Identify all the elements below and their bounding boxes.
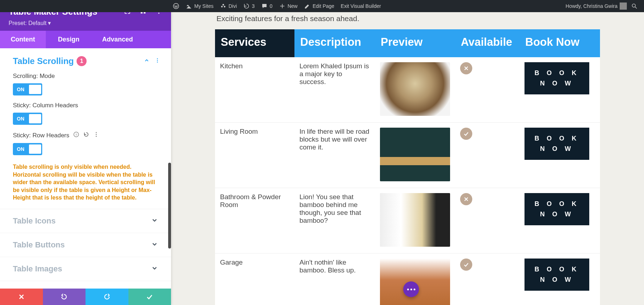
cell-preview	[375, 123, 455, 188]
book-now-button[interactable]: B O O KN O W	[525, 62, 589, 94]
cell-available	[455, 254, 519, 305]
svg-point-9	[158, 13, 159, 14]
check-icon	[460, 259, 472, 271]
cell-service: Garage	[215, 254, 294, 305]
reset-icon[interactable]	[83, 131, 89, 139]
my-sites-link[interactable]: My Sites	[186, 3, 214, 9]
cell-description: Ain't nothin' like bamboo. Bless up.	[294, 254, 375, 305]
toggle-on-label: ON	[17, 87, 24, 92]
tab-content[interactable]: Content	[0, 31, 46, 48]
cell-preview	[375, 188, 455, 254]
chevron-down-icon	[151, 241, 158, 249]
edit-page-label: Edit Page	[313, 3, 335, 9]
save-button[interactable]	[128, 289, 171, 305]
page-subtitle: Exciting features for a fresh season ahe…	[216, 14, 600, 23]
svg-point-4	[632, 4, 635, 7]
svg-point-3	[224, 6, 225, 8]
updates-count: 3	[252, 3, 255, 9]
section-title: Table Scrolling	[13, 56, 74, 66]
cancel-button[interactable]	[0, 289, 43, 305]
settings-sidebar: Table Maker Settings Preset: Default ▾ C…	[0, 0, 171, 305]
cell-service: Bathroom & Powder Room	[215, 188, 294, 254]
section-table-icons[interactable]: Table Icons	[0, 209, 171, 233]
toggle-on-label: ON	[17, 146, 24, 152]
chevron-down-icon	[151, 217, 158, 225]
th-services: Services	[215, 29, 294, 57]
toggle-knob	[29, 114, 41, 123]
tab-design[interactable]: Design	[46, 31, 92, 48]
th-book: Book Now	[519, 29, 600, 57]
svg-point-15	[96, 132, 97, 133]
toggle-scrolling-mode[interactable]: ON	[13, 83, 42, 95]
comments-link[interactable]: 0	[261, 3, 273, 9]
label-sticky-col: Sticky: Column Headers	[13, 102, 160, 109]
site-link[interactable]: Divi	[220, 3, 237, 9]
section-table-images[interactable]: Table Images	[0, 257, 171, 281]
howdy-label: Howdy, Christina Gwira	[566, 3, 618, 9]
wp-logo-icon[interactable]	[173, 3, 179, 9]
th-preview: Preview	[375, 29, 455, 57]
label-scrolling-mode: Scrolling: Mode	[13, 73, 160, 80]
cell-service: Kitchen	[215, 57, 294, 123]
warning-text: Table scrolling is only visible when nee…	[13, 163, 160, 202]
preset-selector[interactable]: Preset: Default ▾	[9, 20, 162, 26]
tab-advanced[interactable]: Advanced	[92, 31, 143, 48]
site-name-label: Divi	[229, 3, 237, 9]
cell-available	[455, 57, 519, 123]
avatar-icon	[620, 3, 627, 10]
book-now-button[interactable]: B O O KN O W	[525, 193, 589, 225]
table-row: Bathroom & Powder RoomLion! You see that…	[215, 188, 600, 254]
cell-book: B O O KN O W	[519, 123, 600, 188]
svg-point-17	[96, 136, 97, 137]
chevron-down-icon	[151, 265, 158, 273]
toggle-sticky-col[interactable]: ON	[13, 113, 42, 125]
toggle-sticky-row[interactable]: ON	[13, 143, 42, 155]
x-icon	[460, 62, 472, 74]
th-description: Description	[294, 29, 375, 57]
redo-button[interactable]	[86, 289, 128, 305]
book-now-button[interactable]: B O O KN O W	[525, 259, 589, 291]
book-now-button[interactable]: B O O KN O W	[525, 128, 589, 160]
fab-more-button[interactable]	[403, 281, 419, 297]
cell-available	[455, 123, 519, 188]
section-table-buttons[interactable]: Table Buttons	[0, 233, 171, 257]
settings-tabs: Content Design Advanced	[0, 31, 171, 48]
cell-preview	[375, 254, 455, 305]
table-row: Living RoomIn life there will be road bl…	[215, 123, 600, 188]
my-sites-label: My Sites	[194, 3, 214, 9]
howdy-link[interactable]: Howdy, Christina Gwira	[566, 3, 627, 10]
search-icon[interactable]	[631, 3, 638, 9]
help-icon[interactable]: ?	[73, 131, 79, 139]
preview-image	[380, 193, 450, 247]
cell-description: Lorem Khaled Ipsum is a major key to suc…	[294, 57, 375, 123]
cell-description: In life there will be road blocks but we…	[294, 123, 375, 188]
svg-point-1	[222, 4, 224, 6]
section-title: Table Images	[13, 264, 62, 274]
section-title: Table Icons	[13, 216, 55, 226]
svg-point-2	[221, 6, 223, 8]
svg-point-11	[157, 60, 158, 61]
toggle-knob	[29, 144, 41, 154]
toggle-knob	[29, 85, 41, 94]
comments-count: 0	[270, 3, 273, 9]
chevron-up-icon[interactable]	[144, 58, 150, 65]
row-more-icon[interactable]	[93, 131, 99, 139]
sidebar-body: Table Scrolling 1 Scrolling: Mode ON Sti…	[0, 48, 171, 289]
th-available: Availabile	[455, 29, 519, 57]
undo-button[interactable]	[43, 289, 86, 305]
x-icon	[460, 193, 472, 205]
label-sticky-row: Sticky: Row Headers ?	[13, 131, 160, 139]
edit-page-link[interactable]: Edit Page	[304, 3, 335, 9]
badge-count: 1	[77, 56, 87, 66]
preview-image	[380, 259, 450, 305]
scrollbar-thumb[interactable]	[168, 163, 171, 249]
preview-image	[380, 128, 450, 181]
exit-vb-link[interactable]: Exit Visual Builder	[341, 3, 381, 9]
toggle-on-label: ON	[17, 116, 24, 122]
cell-available	[455, 188, 519, 254]
exit-vb-label: Exit Visual Builder	[341, 3, 381, 9]
section-more-icon[interactable]	[155, 58, 160, 65]
section-header[interactable]: Table Scrolling 1	[13, 56, 160, 66]
new-link[interactable]: New	[279, 3, 298, 9]
updates-link[interactable]: 3	[243, 3, 255, 9]
